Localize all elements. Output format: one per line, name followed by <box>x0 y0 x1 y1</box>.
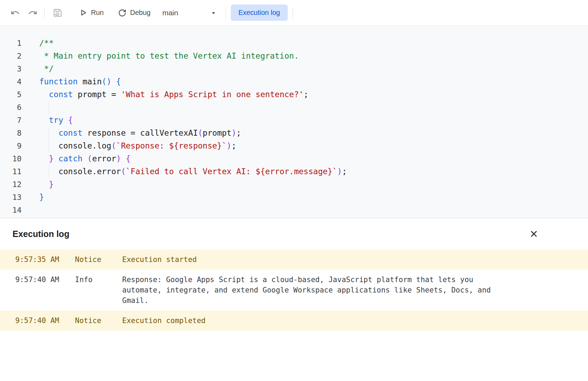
code-token: { <box>68 116 73 125</box>
code-token: } <box>39 193 44 202</box>
code-line[interactable]: } catch (error) { <box>39 152 131 165</box>
line-number: 9 <box>0 139 22 152</box>
close-log-button[interactable] <box>528 228 540 240</box>
indent-guide <box>49 139 49 152</box>
run-button[interactable]: Run <box>75 6 108 20</box>
toolbar-divider <box>293 7 293 19</box>
code-token: `Failed to call Vertex AI: ${error.messa… <box>126 167 337 176</box>
editor-row: 1/** <box>0 37 588 50</box>
debug-button[interactable]: Debug <box>114 6 155 20</box>
line-number: 10 <box>0 152 22 165</box>
log-row: 9:57:35 AMNoticeExecution started <box>0 249 588 270</box>
line-number: 6 <box>0 101 22 114</box>
log-timestamp: 9:57:35 AM <box>15 254 75 265</box>
log-level: Info <box>75 274 122 285</box>
code-line[interactable]: } <box>39 178 54 191</box>
redo-button[interactable] <box>26 6 40 19</box>
toolbar-divider <box>226 7 226 19</box>
code-token: try <box>49 116 64 125</box>
function-select[interactable]: main <box>159 6 221 20</box>
run-label: Run <box>91 9 104 17</box>
code-token: `Response: ${response}` <box>116 141 227 150</box>
editor-row: 11 console.error(`Failed to call Vertex … <box>0 165 588 178</box>
code-line[interactable]: */ <box>39 62 54 75</box>
log-row: 9:57:40 AMNoticeExecution completed <box>0 311 588 331</box>
log-level: Notice <box>75 315 122 326</box>
debug-label: Debug <box>130 9 151 17</box>
code-token: */ <box>39 64 54 73</box>
toolbar: Run Debug main Execution log <box>0 0 588 26</box>
save-project-icon <box>52 8 63 18</box>
code-token: function <box>39 77 78 86</box>
code-token <box>83 154 87 163</box>
code-token <box>121 154 126 163</box>
code-line[interactable]: console.error(`Failed to call Vertex AI:… <box>39 165 347 178</box>
code-editor[interactable]: 1/**2 * Main entry point to test the Ver… <box>0 26 588 218</box>
code-token: ) <box>116 154 121 163</box>
editor-row: 10 } catch (error) { <box>0 152 588 165</box>
code-token: ; <box>236 128 241 137</box>
code-line[interactable]: } <box>39 191 44 204</box>
undo-icon <box>10 8 20 17</box>
editor-row: 9 console.log(`Response: ${response}`); <box>0 139 588 152</box>
editor-row: 5 const prompt = 'What is Apps Script in… <box>0 88 588 101</box>
log-timestamp: 9:57:40 AM <box>15 274 75 285</box>
code-token: ) <box>227 141 232 150</box>
code-token <box>63 116 68 125</box>
code-token: ; <box>342 167 347 176</box>
code-token: prompt = <box>73 90 121 99</box>
code-token: { <box>116 77 121 86</box>
code-token: console.log <box>39 141 111 150</box>
log-message: Response: Google Apps Script is a cloud-… <box>122 274 497 306</box>
line-number: 2 <box>0 50 22 62</box>
code-line[interactable]: * Main entry point to test the Vertex AI… <box>39 50 299 62</box>
execution-log-button[interactable]: Execution log <box>231 5 288 21</box>
log-timestamp: 9:57:40 AM <box>15 315 75 326</box>
code-token: ( <box>121 167 126 176</box>
code-token: { <box>126 154 131 163</box>
editor-row: 4function main() { <box>0 75 588 88</box>
code-line[interactable]: const response = callVertexAI(prompt); <box>39 127 241 139</box>
caret-down-icon <box>210 9 217 17</box>
editor-row: 12 } <box>0 178 588 191</box>
log-row: 9:57:40 AMInfoResponse: Google Apps Scri… <box>0 270 588 311</box>
line-number: 3 <box>0 62 22 75</box>
execution-log-title: Execution log <box>12 229 69 239</box>
code-line[interactable]: /** <box>39 37 54 50</box>
code-line[interactable]: function main() { <box>39 75 121 88</box>
line-number: 4 <box>0 75 22 88</box>
code-token: ( <box>111 141 116 150</box>
close-icon <box>529 229 539 239</box>
line-number: 11 <box>0 165 22 178</box>
line-number: 1 <box>0 37 22 50</box>
code-line[interactable]: const prompt = 'What is Apps Script in o… <box>39 88 309 101</box>
code-line[interactable]: console.log(`Response: ${response}`); <box>39 139 236 152</box>
code-token: /** <box>39 39 54 48</box>
code-token <box>111 77 116 86</box>
code-line[interactable]: try { <box>39 114 73 127</box>
editor-row: 3 */ <box>0 62 588 75</box>
undo-button[interactable] <box>8 6 22 19</box>
code-token: () <box>102 77 111 86</box>
code-token: error <box>92 154 116 163</box>
code-token: ) <box>337 167 342 176</box>
code-token: } <box>49 154 54 163</box>
editor-row: 7 try { <box>0 114 588 127</box>
code-token <box>54 154 59 163</box>
code-token: } <box>49 180 54 189</box>
editor-lines: 1/**2 * Main entry point to test the Ver… <box>0 37 588 217</box>
code-token: const <box>49 90 73 99</box>
code-token <box>39 180 49 189</box>
editor-row: 8 const response = callVertexAI(prompt); <box>0 127 588 139</box>
code-token: 'What is Apps Script in one sentence?' <box>121 90 303 99</box>
code-token: ) <box>232 128 236 137</box>
line-number: 12 <box>0 178 22 191</box>
line-number: 8 <box>0 127 22 139</box>
log-message: Execution started <box>122 254 197 265</box>
indent-guide <box>49 101 49 114</box>
code-token <box>39 90 49 99</box>
code-token: * Main entry point to test the Vertex AI… <box>39 51 299 60</box>
code-token: const <box>58 128 82 137</box>
save-project-button[interactable] <box>50 6 65 20</box>
code-token <box>39 154 49 163</box>
